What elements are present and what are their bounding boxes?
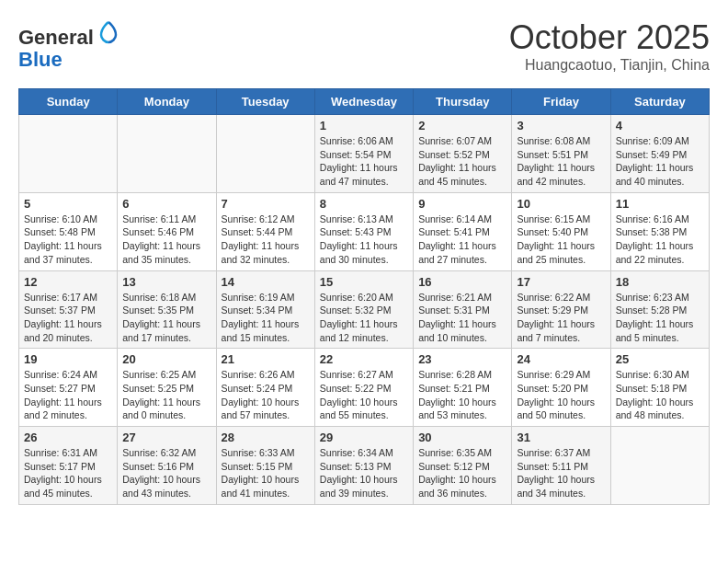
weekday-header-saturday: Saturday — [610, 89, 709, 115]
day-content: Sunrise: 6:32 AM Sunset: 5:16 PM Dayligh… — [122, 446, 210, 500]
day-content: Sunrise: 6:29 AM Sunset: 5:20 PM Dayligh… — [517, 368, 605, 422]
day-content: Sunrise: 6:13 AM Sunset: 5:43 PM Dayligh… — [320, 213, 408, 267]
calendar-week-row: 5Sunrise: 6:10 AM Sunset: 5:48 PM Daylig… — [19, 192, 710, 270]
day-content: Sunrise: 6:19 AM Sunset: 5:34 PM Dayligh… — [222, 291, 310, 345]
day-number: 15 — [320, 275, 408, 289]
logo-icon — [96, 18, 121, 44]
calendar-cell: 25Sunrise: 6:30 AM Sunset: 5:18 PM Dayli… — [610, 349, 709, 427]
calendar-cell: 22Sunrise: 6:27 AM Sunset: 5:22 PM Dayli… — [314, 349, 413, 427]
calendar-cell: 1Sunrise: 6:06 AM Sunset: 5:54 PM Daylig… — [314, 115, 413, 193]
day-number: 8 — [320, 197, 408, 211]
day-content: Sunrise: 6:33 AM Sunset: 5:15 PM Dayligh… — [222, 446, 310, 500]
day-content: Sunrise: 6:08 AM Sunset: 5:51 PM Dayligh… — [517, 134, 605, 189]
day-number: 22 — [320, 352, 408, 366]
day-content: Sunrise: 6:24 AM Sunset: 5:27 PM Dayligh… — [24, 368, 112, 422]
day-number: 25 — [616, 352, 704, 366]
day-number: 9 — [418, 197, 506, 211]
calendar-cell: 26Sunrise: 6:31 AM Sunset: 5:17 PM Dayli… — [19, 427, 118, 505]
calendar-cell: 2Sunrise: 6:07 AM Sunset: 5:52 PM Daylig… — [414, 115, 512, 193]
weekday-header-tuesday: Tuesday — [216, 89, 314, 115]
day-content: Sunrise: 6:09 AM Sunset: 5:49 PM Dayligh… — [616, 134, 704, 189]
calendar-cell: 12Sunrise: 6:17 AM Sunset: 5:37 PM Dayli… — [19, 270, 118, 349]
calendar-week-row: 1Sunrise: 6:06 AM Sunset: 5:54 PM Daylig… — [19, 115, 710, 193]
calendar-cell — [19, 115, 118, 193]
day-number: 7 — [222, 197, 310, 211]
day-content: Sunrise: 6:26 AM Sunset: 5:24 PM Dayligh… — [222, 368, 310, 422]
day-number: 29 — [320, 431, 408, 444]
day-content: Sunrise: 6:21 AM Sunset: 5:31 PM Dayligh… — [418, 291, 506, 345]
day-number: 27 — [122, 431, 210, 444]
calendar-cell: 29Sunrise: 6:34 AM Sunset: 5:13 PM Dayli… — [314, 427, 413, 505]
calendar-cell: 17Sunrise: 6:22 AM Sunset: 5:29 PM Dayli… — [512, 270, 610, 349]
calendar-cell: 9Sunrise: 6:14 AM Sunset: 5:41 PM Daylig… — [414, 192, 512, 270]
calendar-cell: 16Sunrise: 6:21 AM Sunset: 5:31 PM Dayli… — [414, 270, 512, 349]
calendar-cell: 31Sunrise: 6:37 AM Sunset: 5:11 PM Dayli… — [512, 427, 610, 505]
day-number: 10 — [517, 197, 605, 211]
calendar-week-row: 26Sunrise: 6:31 AM Sunset: 5:17 PM Dayli… — [19, 427, 710, 505]
calendar-cell — [610, 427, 709, 505]
day-number: 3 — [517, 119, 605, 132]
logo-general: General — [18, 26, 94, 49]
day-content: Sunrise: 6:15 AM Sunset: 5:40 PM Dayligh… — [517, 213, 605, 267]
weekday-header-friday: Friday — [512, 89, 610, 115]
weekday-header-monday: Monday — [118, 89, 216, 115]
day-number: 23 — [418, 352, 506, 366]
calendar-week-row: 19Sunrise: 6:24 AM Sunset: 5:27 PM Dayli… — [19, 349, 710, 427]
day-number: 1 — [320, 119, 408, 132]
day-number: 4 — [616, 119, 704, 132]
calendar-table: SundayMondayTuesdayWednesdayThursdayFrid… — [18, 88, 710, 505]
weekday-header-sunday: Sunday — [19, 89, 118, 115]
day-number: 30 — [418, 431, 506, 444]
day-content: Sunrise: 6:12 AM Sunset: 5:44 PM Dayligh… — [222, 213, 310, 267]
day-content: Sunrise: 6:23 AM Sunset: 5:28 PM Dayligh… — [616, 291, 704, 345]
day-content: Sunrise: 6:14 AM Sunset: 5:41 PM Dayligh… — [418, 213, 506, 267]
day-content: Sunrise: 6:16 AM Sunset: 5:38 PM Dayligh… — [616, 213, 704, 267]
calendar-cell: 28Sunrise: 6:33 AM Sunset: 5:15 PM Dayli… — [216, 427, 314, 505]
calendar-cell: 6Sunrise: 6:11 AM Sunset: 5:46 PM Daylig… — [118, 192, 216, 270]
calendar-cell: 11Sunrise: 6:16 AM Sunset: 5:38 PM Dayli… — [610, 192, 709, 270]
day-number: 20 — [122, 352, 210, 366]
calendar-cell: 21Sunrise: 6:26 AM Sunset: 5:24 PM Dayli… — [216, 349, 314, 427]
calendar-cell — [216, 115, 314, 193]
day-number: 17 — [517, 275, 605, 289]
day-content: Sunrise: 6:10 AM Sunset: 5:48 PM Dayligh… — [24, 213, 112, 267]
weekday-header-row: SundayMondayTuesdayWednesdayThursdayFrid… — [19, 89, 710, 115]
day-number: 28 — [222, 431, 310, 444]
day-number: 2 — [418, 119, 506, 132]
calendar-cell — [118, 115, 216, 193]
day-content: Sunrise: 6:17 AM Sunset: 5:37 PM Dayligh… — [24, 291, 112, 345]
title-block: October 2025 Huangcaotuo, Tianjin, China — [509, 18, 710, 74]
day-content: Sunrise: 6:28 AM Sunset: 5:21 PM Dayligh… — [418, 368, 506, 422]
weekday-header-wednesday: Wednesday — [314, 89, 413, 115]
day-number: 19 — [24, 352, 112, 366]
calendar-cell: 3Sunrise: 6:08 AM Sunset: 5:51 PM Daylig… — [512, 115, 610, 193]
day-content: Sunrise: 6:11 AM Sunset: 5:46 PM Dayligh… — [122, 213, 210, 267]
calendar-cell: 20Sunrise: 6:25 AM Sunset: 5:25 PM Dayli… — [118, 349, 216, 427]
day-content: Sunrise: 6:06 AM Sunset: 5:54 PM Dayligh… — [320, 134, 408, 189]
calendar-cell: 30Sunrise: 6:35 AM Sunset: 5:12 PM Dayli… — [414, 427, 512, 505]
day-number: 13 — [122, 275, 210, 289]
calendar-week-row: 12Sunrise: 6:17 AM Sunset: 5:37 PM Dayli… — [19, 270, 710, 349]
logo: General Blue — [18, 18, 121, 71]
day-content: Sunrise: 6:37 AM Sunset: 5:11 PM Dayligh… — [517, 446, 605, 500]
calendar-cell: 10Sunrise: 6:15 AM Sunset: 5:40 PM Dayli… — [512, 192, 610, 270]
day-number: 5 — [24, 197, 112, 211]
day-number: 24 — [517, 352, 605, 366]
calendar-cell: 4Sunrise: 6:09 AM Sunset: 5:49 PM Daylig… — [610, 115, 709, 193]
calendar-cell: 5Sunrise: 6:10 AM Sunset: 5:48 PM Daylig… — [19, 192, 118, 270]
calendar-cell: 8Sunrise: 6:13 AM Sunset: 5:43 PM Daylig… — [314, 192, 413, 270]
location: Huangcaotuo, Tianjin, China — [509, 57, 710, 74]
day-number: 21 — [222, 352, 310, 366]
day-content: Sunrise: 6:25 AM Sunset: 5:25 PM Dayligh… — [122, 368, 210, 422]
day-content: Sunrise: 6:22 AM Sunset: 5:29 PM Dayligh… — [517, 291, 605, 345]
calendar-cell: 18Sunrise: 6:23 AM Sunset: 5:28 PM Dayli… — [610, 270, 709, 349]
day-content: Sunrise: 6:07 AM Sunset: 5:52 PM Dayligh… — [418, 134, 506, 189]
day-content: Sunrise: 6:20 AM Sunset: 5:32 PM Dayligh… — [320, 291, 408, 345]
day-number: 26 — [24, 431, 112, 444]
page-header: General Blue October 2025 Huangcaotuo, T… — [18, 18, 710, 74]
logo-blue: Blue — [18, 48, 63, 71]
day-content: Sunrise: 6:30 AM Sunset: 5:18 PM Dayligh… — [616, 368, 704, 422]
calendar-cell: 15Sunrise: 6:20 AM Sunset: 5:32 PM Dayli… — [314, 270, 413, 349]
day-content: Sunrise: 6:18 AM Sunset: 5:35 PM Dayligh… — [122, 291, 210, 345]
calendar-cell: 27Sunrise: 6:32 AM Sunset: 5:16 PM Dayli… — [118, 427, 216, 505]
